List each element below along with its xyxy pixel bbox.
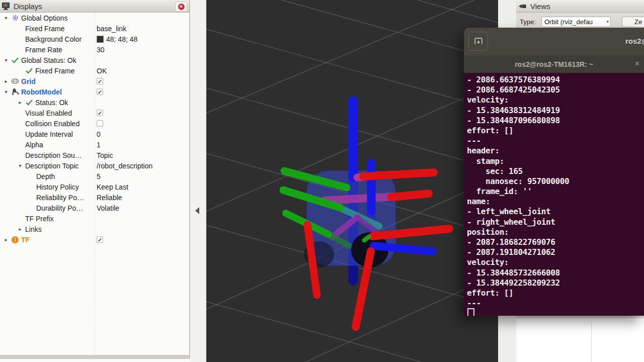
property-value[interactable]: 48; 48; 48 — [97, 34, 137, 44]
tree-row[interactable]: ▸TF✓ — [0, 234, 189, 245]
tree-row[interactable]: Depth5 — [0, 171, 189, 182]
property-label[interactable]: Alpha — [25, 141, 43, 149]
property-value[interactable]: ✓ — [97, 108, 103, 118]
tree-row[interactable]: Background Color48; 48; 48 — [0, 34, 189, 44]
terminal-line: - 2087.191804271062 — [467, 247, 644, 257]
property-label[interactable]: RobotModel — [21, 88, 62, 96]
tree-row[interactable]: Reliability Po…Reliable — [0, 192, 189, 203]
expand-right-icon[interactable]: ▸ — [2, 78, 10, 84]
expand-right-icon[interactable]: ▸ — [2, 237, 10, 242]
terminal-line: effort: [] — [467, 288, 644, 298]
property-value[interactable] — [97, 118, 103, 129]
tree-row[interactable]: TF Prefix — [0, 213, 189, 224]
property-value-text: OK — [97, 67, 107, 75]
tree-row[interactable]: Update Interval0 — [0, 129, 189, 139]
property-label[interactable]: Reliability Po… — [36, 194, 84, 202]
grid-icon — [10, 77, 20, 86]
property-label[interactable]: Fixed Frame — [25, 25, 65, 33]
property-value[interactable]: Keep Last — [97, 182, 128, 192]
tree-row[interactable]: Frame Rate30 — [0, 44, 189, 55]
check-icon — [10, 56, 20, 65]
expand-down-icon[interactable]: ▾ — [2, 57, 10, 63]
property-value[interactable]: 30 — [97, 44, 105, 55]
robot-model — [283, 101, 449, 327]
tree-row[interactable]: ▸Grid✓ — [0, 76, 189, 86]
property-label[interactable]: Collision Enabled — [25, 120, 79, 128]
checkbox[interactable]: ✓ — [97, 236, 103, 243]
tab-close-icon[interactable]: ✕ — [634, 60, 640, 67]
3d-viewport[interactable] — [206, 0, 498, 362]
tree-row[interactable]: History PolicyKeep Last — [0, 182, 189, 192]
checkbox[interactable] — [97, 120, 103, 127]
tree-row[interactable]: ▸Links — [0, 224, 189, 234]
property-label[interactable]: Update Interval — [25, 130, 73, 138]
property-label[interactable]: Depth — [36, 172, 55, 180]
property-value[interactable]: base_link — [97, 23, 126, 34]
property-value[interactable]: ✓ — [97, 76, 103, 86]
property-label[interactable]: Status: Ok — [35, 99, 68, 107]
panel-splitter[interactable] — [190, 0, 206, 362]
tree-row[interactable]: Visual Enabled✓ — [0, 108, 189, 118]
tree-row[interactable]: Fixed Framebase_link — [0, 23, 189, 34]
tree-row[interactable]: ▾RobotModel✓ — [0, 86, 189, 97]
terminal-body[interactable]: - 2086.6637576389994- 2086.6687425042305… — [464, 73, 644, 316]
gear-icon — [10, 14, 20, 23]
tree-row[interactable]: Collision Enabled — [0, 118, 189, 129]
property-label[interactable]: Background Color — [25, 35, 82, 43]
property-value[interactable]: 1 — [97, 139, 101, 150]
property-label[interactable]: Description Topic — [25, 162, 78, 170]
property-label[interactable]: Frame Rate — [25, 46, 62, 54]
property-value[interactable]: Reliable — [97, 192, 122, 203]
property-value[interactable]: 5 — [97, 171, 101, 182]
checkbox[interactable]: ✓ — [97, 78, 103, 84]
checkbox[interactable]: ✓ — [97, 88, 103, 95]
expand-down-icon[interactable]: ▾ — [16, 163, 24, 168]
tree-row[interactable]: ▾Description Topic/robot_description — [0, 160, 189, 171]
checkbox[interactable]: ✓ — [97, 110, 103, 116]
property-label[interactable]: Links — [25, 225, 42, 233]
property-value[interactable]: ✓ — [97, 86, 103, 97]
property-value-text: Reliable — [97, 194, 122, 202]
terminal-line: nanosec: 957000000 — [467, 176, 644, 187]
terminal-header-bar[interactable]: ros2@ — [464, 28, 644, 55]
property-value-text: 5 — [97, 172, 101, 180]
property-label[interactable]: Durability Po… — [36, 204, 83, 212]
expand-down-icon[interactable]: ▾ — [2, 89, 10, 95]
property-value[interactable]: OK — [97, 65, 107, 76]
property-label[interactable]: History Policy — [36, 183, 79, 191]
tree-row[interactable]: ▾Global Status: Ok — [0, 55, 189, 65]
check-icon — [24, 66, 34, 75]
tree-row[interactable]: ▸Status: Ok — [0, 97, 189, 108]
property-value[interactable]: Volatile — [97, 203, 119, 213]
property-value-text: 1 — [97, 141, 101, 149]
property-value[interactable]: Topic — [97, 150, 113, 160]
property-label[interactable]: Fixed Frame — [35, 67, 75, 75]
displays-panel-icon — [2, 3, 10, 10]
property-value[interactable]: ✓ — [97, 234, 103, 245]
new-tab-button[interactable] — [468, 32, 488, 51]
tree-row[interactable]: ▾Global Options — [0, 13, 189, 23]
tree-row[interactable]: Description Sou…Topic — [0, 150, 189, 160]
property-label[interactable]: Visual Enabled — [25, 109, 72, 117]
expand-right-icon[interactable]: ▸ — [16, 226, 24, 232]
property-value[interactable]: /robot_description — [97, 160, 152, 171]
tree-row[interactable]: Fixed FrameOK — [0, 65, 189, 76]
property-label[interactable]: TF — [21, 236, 30, 244]
bottom-splitter[interactable] — [0, 355, 190, 359]
property-label[interactable]: Global Status: Ok — [21, 56, 76, 64]
zero-button[interactable]: Ze — [622, 17, 644, 27]
tree-row[interactable]: Durability Po…Volatile — [0, 203, 189, 213]
expand-right-icon[interactable]: ▸ — [16, 100, 24, 105]
property-value[interactable]: 0 — [97, 129, 101, 139]
property-label[interactable]: Description Sou… — [25, 151, 82, 159]
expand-down-icon[interactable]: ▾ — [2, 15, 10, 21]
property-label[interactable]: Grid — [21, 77, 36, 85]
tree-row[interactable]: Alpha1 — [0, 139, 189, 150]
collapse-arrow-icon[interactable] — [195, 207, 199, 214]
property-label[interactable]: Global Options — [21, 14, 68, 22]
views-list[interactable] — [516, 318, 644, 362]
terminal-tab[interactable]: ros2@ros2-TM1613R: ~ — [515, 60, 593, 68]
property-label[interactable]: TF Prefix — [25, 215, 54, 223]
view-type-dropdown[interactable]: Orbit (rviz_defau ▾ — [541, 17, 611, 27]
displays-close-button[interactable]: ✕ — [175, 2, 187, 12]
